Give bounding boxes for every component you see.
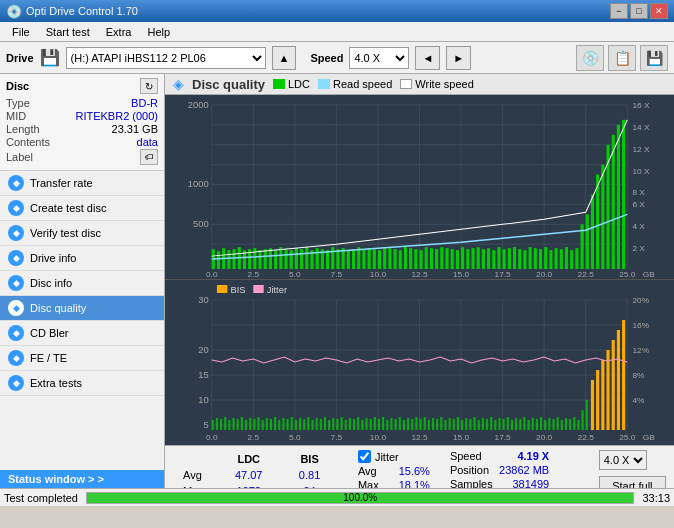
svg-rect-24	[227, 250, 230, 269]
svg-rect-184	[370, 419, 372, 430]
svg-rect-217	[507, 417, 509, 430]
start-speed-select[interactable]: 4.0 X	[599, 450, 647, 470]
svg-rect-188	[386, 420, 388, 430]
svg-text:2.5: 2.5	[248, 270, 260, 279]
svg-rect-148	[220, 419, 222, 430]
svg-text:15.0: 15.0	[453, 270, 470, 279]
svg-rect-180	[353, 419, 355, 430]
sidebar-item-create-test-disc[interactable]: ◆ Create test disc	[0, 196, 164, 221]
svg-rect-211	[482, 418, 484, 430]
svg-text:5.0: 5.0	[289, 270, 301, 279]
sidebar-item-drive-info[interactable]: ◆ Drive info	[0, 246, 164, 271]
write-speed-legend-label: Write speed	[415, 78, 474, 90]
svg-text:8%: 8%	[632, 371, 644, 380]
svg-rect-235	[582, 410, 584, 430]
ldc-max: 1073	[216, 484, 281, 488]
window-controls: − □ ✕	[610, 3, 668, 19]
svg-text:4%: 4%	[632, 396, 644, 405]
svg-rect-91	[575, 248, 578, 269]
menu-help[interactable]: Help	[139, 24, 178, 40]
disc-quality-header-icon: ◈	[173, 76, 184, 92]
close-button[interactable]: ✕	[650, 3, 668, 19]
svg-rect-227	[548, 418, 550, 430]
disc-icon-button[interactable]: 💿	[576, 45, 604, 71]
statusbar: Test completed 100.0% 33:13	[0, 488, 674, 506]
speed-label: Speed	[310, 52, 343, 64]
status-window-button[interactable]: Status window > >	[0, 470, 164, 488]
drive-label: Drive	[6, 52, 34, 64]
sidebar-item-disc-quality[interactable]: ◆ Disc quality	[0, 296, 164, 321]
svg-rect-174	[328, 420, 330, 430]
menu-extra[interactable]: Extra	[98, 24, 140, 40]
svg-rect-199	[432, 418, 434, 430]
svg-rect-197	[424, 417, 426, 430]
sidebar-item-transfer-rate[interactable]: ◆ Transfer rate	[0, 171, 164, 196]
svg-rect-204	[453, 419, 455, 430]
disc-label-button[interactable]: 🏷	[140, 149, 158, 165]
svg-text:1000: 1000	[188, 180, 209, 190]
svg-text:17.5: 17.5	[495, 270, 512, 279]
save-icon-button[interactable]: 📋	[608, 45, 636, 71]
svg-rect-98	[612, 135, 615, 269]
drive-select[interactable]: (H:) ATAPI iHBS112 2 PL06	[66, 47, 266, 69]
svg-text:GB: GB	[643, 270, 655, 279]
minimize-button[interactable]: −	[610, 3, 628, 19]
maximize-button[interactable]: □	[630, 3, 648, 19]
svg-rect-209	[474, 417, 476, 430]
speed-select[interactable]: 4.0 X	[349, 47, 409, 69]
sidebar-item-verify-test-disc[interactable]: ◆ Verify test disc	[0, 221, 164, 246]
menu-file[interactable]: File	[4, 24, 38, 40]
svg-text:7.5: 7.5	[331, 433, 343, 442]
svg-rect-60	[414, 249, 417, 269]
svg-rect-221	[523, 417, 525, 430]
svg-rect-49	[357, 247, 360, 269]
samples-label: Samples	[450, 478, 493, 488]
svg-text:20.0: 20.0	[536, 433, 553, 442]
sidebar-item-disc-info[interactable]: ◆ Disc info	[0, 271, 164, 296]
svg-rect-48	[352, 249, 355, 269]
svg-rect-34	[279, 247, 282, 269]
svg-rect-57	[399, 250, 402, 269]
svg-text:16 X: 16 X	[632, 101, 650, 110]
sidebar-item-fe-te[interactable]: ◆ FE / TE	[0, 346, 164, 371]
svg-rect-29	[253, 248, 256, 269]
svg-text:0.0: 0.0	[206, 270, 218, 279]
export-icon-button[interactable]: 💾	[640, 45, 668, 71]
svg-text:30: 30	[198, 295, 208, 305]
svg-text:5.0: 5.0	[289, 433, 301, 442]
svg-rect-81	[523, 250, 526, 269]
nav-label-extra-tests: Extra tests	[30, 377, 82, 389]
svg-text:2000: 2000	[188, 100, 209, 110]
disc-info-icon: ◆	[8, 275, 24, 291]
svg-rect-234	[577, 420, 579, 430]
svg-rect-164	[287, 419, 289, 430]
jitter-checkbox[interactable]	[358, 450, 371, 463]
nav-label-cd-bler: CD Bler	[30, 327, 69, 339]
speed-next-button[interactable]: ►	[446, 46, 471, 70]
svg-rect-85	[544, 247, 547, 269]
drive-eject-button[interactable]: ▲	[272, 46, 297, 70]
svg-text:12.5: 12.5	[411, 433, 428, 442]
svg-rect-192	[403, 420, 405, 430]
svg-rect-195	[415, 417, 417, 430]
svg-rect-73	[482, 249, 485, 269]
svg-rect-37	[295, 248, 298, 269]
svg-rect-67	[451, 249, 454, 269]
svg-rect-194	[411, 419, 413, 430]
start-full-button[interactable]: Start full	[599, 476, 666, 488]
svg-rect-75	[492, 250, 495, 269]
menu-start-test[interactable]: Start test	[38, 24, 98, 40]
svg-rect-59	[409, 248, 412, 269]
svg-text:Jitter: Jitter	[267, 285, 287, 295]
svg-rect-214	[494, 420, 496, 430]
svg-rect-189	[390, 418, 392, 430]
svg-rect-229	[557, 417, 559, 430]
svg-text:10 X: 10 X	[632, 167, 650, 176]
fe-te-icon: ◆	[8, 350, 24, 366]
sidebar-item-extra-tests[interactable]: ◆ Extra tests	[0, 371, 164, 396]
sidebar: Disc ↻ Type BD-R MID RITEKBR2 (000) Leng…	[0, 74, 165, 488]
svg-rect-69	[461, 247, 464, 269]
speed-prev-button[interactable]: ◄	[415, 46, 440, 70]
sidebar-item-cd-bler[interactable]: ◆ CD Bler	[0, 321, 164, 346]
disc-refresh-button[interactable]: ↻	[140, 78, 158, 94]
